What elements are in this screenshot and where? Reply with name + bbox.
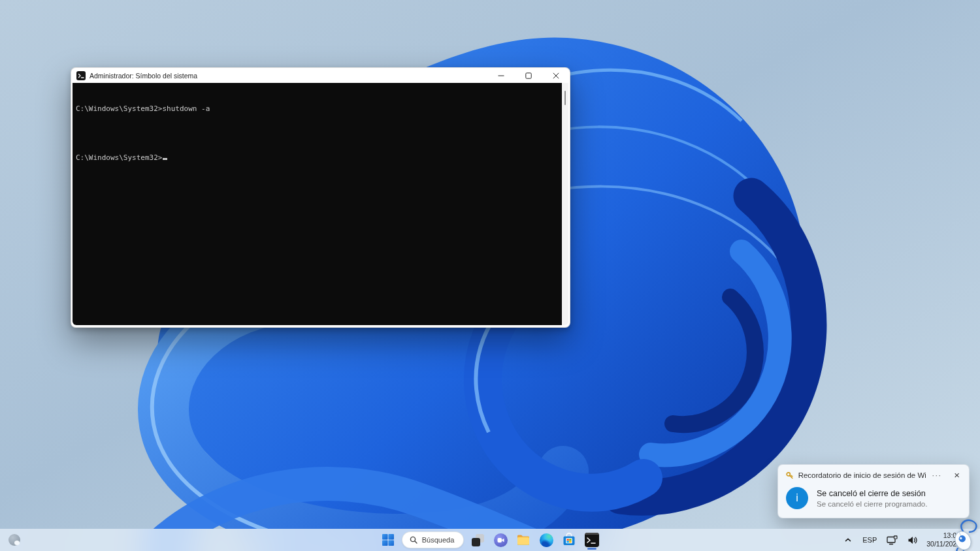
widgets-button[interactable] [8,534,20,546]
search-icon [410,536,417,544]
window-controls [487,68,570,83]
window-title: Administrador: Símbolo del sistema [90,72,197,80]
file-explorer-button[interactable] [514,530,532,550]
speaker-icon [907,535,918,545]
taskbar: Búsqueda [0,529,980,551]
notification-toast[interactable]: Recordatorio de inicio de sesión de Wind… [777,464,970,518]
toast-app-name: Recordatorio de inicio de sesión de Wind… [798,471,926,479]
close-button[interactable] [542,68,570,83]
terminal-taskbar-button[interactable] [583,530,601,550]
maximize-icon [525,72,532,79]
terminal-prompt-line: C:\Windows\System32> [76,154,562,163]
clock[interactable]: 13:03 30/11/2022 [926,531,960,548]
network-button[interactable] [885,534,899,546]
edge-button[interactable] [537,530,555,550]
tray-overflow-button[interactable] [842,534,854,546]
terminal-blank-line [76,130,562,138]
info-icon: i [786,487,808,509]
terminal-output[interactable]: C:\Windows\System32>shutdown -a C:\Windo… [73,83,562,325]
search-box[interactable]: Búsqueda [402,531,465,548]
system-tray: ESP 13:03 30/11/2022 [842,529,960,551]
windows-logo-icon [382,533,395,546]
language-indicator[interactable]: ESP [861,535,878,545]
command-prompt-window: Administrador: Símbolo del sistema [71,67,570,328]
key-icon [786,471,794,480]
start-button[interactable] [379,530,397,550]
scrollbar-thumb[interactable] [564,91,566,105]
toast-more-button[interactable]: ··· [930,471,943,480]
microsoft-store-button[interactable] [560,530,578,550]
taskbar-center: Búsqueda [379,530,602,550]
terminal-line: C:\Windows\System32>shutdown -a [76,105,562,114]
terminal-scrollbar[interactable] [562,83,568,325]
chat-icon [494,533,508,547]
command-prompt-icon [76,71,86,80]
toast-body: i Se canceló el cierre de sesión Se canc… [786,487,961,509]
maximize-button[interactable] [515,68,542,83]
toast-header: Recordatorio de inicio de sesión de Wind… [786,471,961,480]
window-titlebar[interactable]: Administrador: Símbolo del sistema [71,68,570,83]
search-label: Búsqueda [422,536,455,544]
task-view-icon [472,534,484,546]
toast-message: Se canceló el cierre programado. [817,500,927,508]
active-window-indicator [587,548,596,550]
edge-icon [540,533,553,547]
tray-date: 30/11/2022 [926,540,960,548]
ethernet-icon [887,535,898,545]
toast-title: Se canceló el cierre de sesión [817,489,927,498]
terminal-app-icon [585,533,599,547]
chevron-up-icon [843,535,853,544]
chat-button[interactable] [491,530,510,550]
terminal-cursor [163,158,167,160]
volume-button[interactable] [906,534,919,546]
microsoft-store-icon [562,533,576,547]
close-icon [553,72,559,79]
desktop: Administrador: Símbolo del sistema [0,0,980,551]
task-view-button[interactable] [468,530,487,550]
minimize-icon [498,72,504,79]
minimize-button[interactable] [487,68,515,83]
toast-close-button[interactable]: × [953,471,961,480]
file-explorer-icon [516,533,531,547]
tray-time: 13:03 [926,531,960,540]
